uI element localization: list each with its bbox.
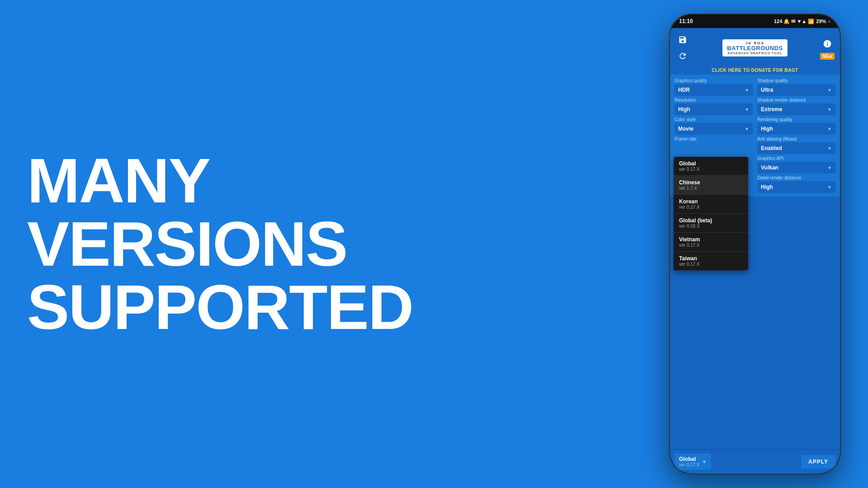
anti-aliasing-value: Enabled — [761, 145, 782, 151]
rendering-quality-label: Rendering quality — [757, 117, 835, 122]
resolution-dropdown[interactable]: High ▼ — [675, 103, 753, 115]
resolution-item: Resolution High ▼ — [675, 98, 753, 115]
shadow-quality-dropdown[interactable]: Ultra ▼ — [757, 84, 835, 96]
graphics-api-dropdown[interactable]: Vulkan ▼ — [757, 162, 835, 174]
phone-wrapper: 11:10 124 🔔 ✉ ▼▲ 📶 29% ○ — [669, 14, 841, 474]
selected-version-display[interactable]: Global ver 0.17.X ▼ — [675, 453, 711, 470]
app-logo: JD ROS BATTLEGROUNDS ADVANCED GRAPHICS T… — [722, 39, 787, 56]
graphics-api-value: Vulkan — [761, 164, 778, 171]
logo-subtitle: ADVANCED GRAPHICS TOOL — [727, 52, 783, 55]
graphics-api-item: Graphics API Vulkan ▼ — [757, 156, 835, 174]
anti-aliasing-label: Anti aliasing (Msaa) — [757, 136, 835, 141]
info-icon[interactable] — [820, 37, 835, 51]
shadow-render-distance-label: Shadow render distance — [757, 98, 835, 103]
chevron-down-icon: ▼ — [827, 146, 832, 151]
phone-shell: 11:10 124 🔔 ✉ ▼▲ 📶 29% ○ — [669, 14, 841, 474]
status-time: 11:10 — [679, 18, 693, 24]
graphics-quality-value: HDR — [678, 87, 690, 93]
color-style-item: Color style Movie ▼ — [675, 117, 753, 135]
graphics-quality-label: Graphics quality — [675, 78, 753, 83]
shadow-render-distance-item: Shadow render distance Extreme ▼ — [757, 98, 835, 115]
hero-text: MANY VERSIONS SUPPORTED — [27, 149, 479, 339]
shadow-quality-value: Ultra — [761, 87, 773, 93]
version-dropdown-overlay[interactable]: Global ver 0.17.X Chinese ver 1.7.X Kore… — [674, 157, 748, 197]
resolution-value: High — [678, 106, 690, 113]
shadow-render-distance-dropdown[interactable]: Extreme ▼ — [757, 103, 835, 115]
shadow-quality-label: Shadow quality — [757, 78, 835, 83]
save-icon[interactable] — [675, 33, 690, 47]
chevron-down-icon: ▼ — [702, 459, 707, 465]
color-style-value: Movie — [678, 126, 693, 132]
frame-rate-item: Frame rate — [675, 136, 753, 154]
status-icons: 124 🔔 ✉ ▼▲ 📶 29% ○ — [774, 19, 831, 24]
selected-version-name: Global — [679, 456, 700, 462]
phone-screen: 11:10 124 🔔 ✉ ▼▲ 📶 29% ○ — [670, 14, 840, 474]
new-badge: NEw — [820, 53, 835, 60]
chevron-down-icon: ▼ — [745, 107, 749, 112]
frame-rate-label: Frame rate — [675, 136, 753, 141]
detail-render-distance-label: Detail render distance — [757, 175, 835, 180]
color-style-label: Color style — [675, 117, 753, 122]
chevron-down-icon: ▼ — [827, 127, 832, 131]
chevron-down-icon: ▼ — [745, 88, 749, 93]
shadow-render-distance-value: Extreme — [761, 106, 782, 113]
graphics-api-label: Graphics API — [757, 156, 835, 161]
detail-render-distance-value: High — [761, 184, 773, 190]
rendering-quality-dropdown[interactable]: High ▼ — [757, 123, 835, 135]
version-option-chinese[interactable]: Chinese ver 1.7.X — [674, 176, 748, 195]
graphics-quality-item: Graphics quality HDR ▼ — [675, 78, 753, 96]
apply-button[interactable]: APPLY — [801, 455, 835, 469]
graphics-quality-dropdown[interactable]: HDR ▼ — [675, 84, 753, 96]
hero-line2: SUPPORTED — [27, 276, 479, 339]
detail-render-distance-dropdown[interactable]: High ▼ — [757, 181, 835, 193]
shadow-quality-item: Shadow quality Ultra ▼ — [757, 78, 835, 96]
selected-version-sub: ver 0.17.X — [679, 462, 700, 467]
chevron-down-icon: ▼ — [745, 127, 749, 131]
battery-icon: ○ — [828, 19, 831, 24]
donate-bar[interactable]: CLICK HERE TO DONATE FOR BAGT — [670, 66, 840, 75]
logo-title: BATTLEGROUNDS — [727, 45, 783, 52]
version-option-global[interactable]: Global ver 0.17.X — [674, 157, 748, 176]
chevron-down-icon: ▼ — [827, 165, 832, 170]
anti-aliasing-item: Anti aliasing (Msaa) Enabled ▼ — [757, 136, 835, 154]
chevron-down-icon: ▼ — [827, 185, 832, 190]
resolution-label: Resolution — [675, 98, 753, 103]
rendering-quality-value: High — [761, 126, 773, 132]
rendering-quality-item: Rendering quality High ▼ — [757, 117, 835, 135]
version-option-korean[interactable]: Korean ver 0.17.X — [674, 195, 748, 197]
phone-notch — [728, 14, 782, 18]
chevron-down-icon: ▼ — [827, 107, 832, 112]
color-style-dropdown[interactable]: Movie ▼ — [675, 123, 753, 135]
anti-aliasing-dropdown[interactable]: Enabled ▼ — [757, 142, 835, 154]
battery-indicator: 124 🔔 ✉ ▼▲ 📶 — [774, 19, 814, 24]
chevron-down-icon: ▼ — [827, 88, 832, 93]
detail-render-distance-item: Detail render distance High ▼ — [757, 175, 835, 193]
app-content: Graphics quality HDR ▼ Shadow quality Ul… — [670, 75, 840, 197]
hero-line1: MANY VERSIONS — [27, 149, 479, 276]
app-header: JD ROS BATTLEGROUNDS ADVANCED GRAPHICS T… — [670, 28, 840, 66]
battery-percent: 29% — [816, 19, 826, 24]
bottom-bar: Global ver 0.17.X ▼ APPLY — [670, 449, 840, 474]
refresh-icon[interactable] — [675, 49, 690, 63]
